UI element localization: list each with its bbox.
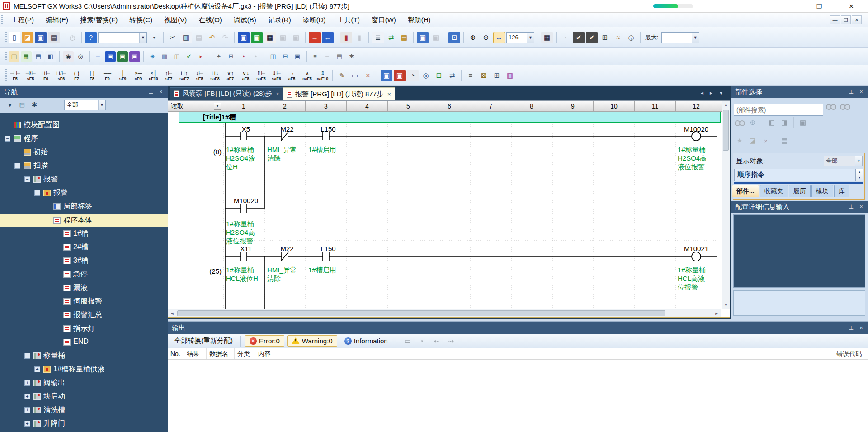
- cut-icon[interactable]: ✂: [167, 32, 179, 43]
- ladder-symbol-F7[interactable]: ( )F7: [69, 67, 84, 84]
- monitor-ladder-icon[interactable]: ▣: [381, 70, 392, 81]
- device-comment-icon[interactable]: ≣: [93, 51, 104, 62]
- previous-message-icon[interactable]: ⇠: [431, 335, 443, 347]
- insert-statement-icon[interactable]: ≡: [465, 70, 476, 81]
- undo-icon[interactable]: ↶: [206, 32, 218, 43]
- nav-tree-item[interactable]: −扫描: [0, 159, 168, 173]
- ladder-column-number[interactable]: 6: [429, 101, 470, 112]
- ladder-symbol-F5[interactable]: ⊣ ⊢F5: [8, 67, 23, 84]
- menu-item[interactable]: 记录(R): [262, 13, 297, 27]
- ladder-symbol-aF5[interactable]: ¬aF5: [284, 67, 299, 84]
- ladder-symbol-sF8[interactable]: ↓⊢sF8: [192, 67, 207, 84]
- zoom-in-icon[interactable]: ⊕: [467, 32, 479, 43]
- favorite-star-icon[interactable]: ★: [734, 135, 745, 147]
- print-icon[interactable]: ▤: [48, 32, 60, 43]
- ladder-column-number[interactable]: 9: [552, 101, 594, 112]
- expand-icon[interactable]: +: [34, 366, 40, 372]
- expand-icon[interactable]: +: [24, 407, 30, 413]
- find-next-icon[interactable]: [825, 100, 837, 112]
- comment-display-icon[interactable]: ≡: [310, 51, 321, 62]
- online-parts-icon[interactable]: ⊕: [747, 117, 759, 128]
- tool-kit-icon[interactable]: ✦: [213, 51, 224, 62]
- max-combo-arrow-icon[interactable]: ▼: [692, 33, 699, 43]
- tab-module[interactable]: 模块: [811, 185, 833, 197]
- ladder-symbol-saF7[interactable]: ⊔↑saF7: [177, 67, 192, 84]
- window-layout-icon[interactable]: ◧: [45, 51, 56, 62]
- output-column-header[interactable]: No.: [168, 348, 184, 359]
- plc-offline-icon[interactable]: ▮: [354, 32, 365, 43]
- nav-tree-item[interactable]: END: [0, 336, 168, 349]
- close-button[interactable]: ✕: [844, 1, 859, 11]
- error-filter-button[interactable]: ✕Error:0: [245, 335, 284, 347]
- ladder-symbol-caF5[interactable]: ∧caF5: [300, 67, 315, 84]
- device-name[interactable]: M22: [267, 125, 307, 133]
- scroll-down-icon[interactable]: ▼: [722, 301, 730, 309]
- tab-alarm-program[interactable]: 报警 [PRG] [LD] (只读) 877步 ×: [283, 87, 395, 100]
- ladder-column-number[interactable]: 1: [223, 101, 264, 112]
- filter-combo-arrow-icon[interactable]: ▼: [98, 100, 105, 110]
- expand-icon[interactable]: +: [24, 421, 30, 427]
- stop-output-icon[interactable]: ▭: [402, 335, 414, 347]
- nav-tree-item[interactable]: 模块配置图: [0, 119, 168, 132]
- marker-flag-icon[interactable]: ▸: [196, 51, 207, 62]
- watch-clock-icon[interactable]: ◶: [625, 32, 637, 43]
- device-read-icon[interactable]: ▣: [105, 51, 116, 62]
- sheet-pair-icon[interactable]: ◫: [171, 51, 182, 62]
- output-column-header[interactable]: 数据名: [207, 348, 235, 359]
- menu-item[interactable]: 转换(C): [123, 13, 158, 27]
- ladder-symbol-sF7[interactable]: ↑⊢sF7: [161, 67, 176, 84]
- note-display-icon[interactable]: ▤: [334, 51, 345, 62]
- quick-find-combobox[interactable]: ▼: [98, 32, 147, 43]
- drawer-icon[interactable]: ▤: [778, 135, 790, 147]
- nav-tree-item[interactable]: 3#槽: [0, 254, 168, 268]
- ladder-symbol-caF10[interactable]: ⇕caF10: [315, 67, 330, 84]
- document-list-icon[interactable]: ▤: [33, 51, 44, 62]
- memory-cube-icon[interactable]: ▪: [560, 32, 571, 43]
- nav-tree-item[interactable]: 指示灯: [0, 322, 168, 336]
- collapse-icon[interactable]: −: [24, 353, 30, 359]
- menu-item[interactable]: 编辑(E): [40, 13, 74, 27]
- ladder-symbol-cF10[interactable]: ×│cF10: [146, 67, 161, 84]
- zoom-combo-arrow-icon[interactable]: ▼: [527, 33, 534, 43]
- new-project-icon[interactable]: ▯: [9, 32, 20, 43]
- grid-setting-icon[interactable]: ⊞: [599, 32, 611, 43]
- scroll-up-icon[interactable]: ▲: [722, 101, 730, 109]
- ladder-symbol-saF6[interactable]: ⇓⊢saF6: [269, 67, 284, 84]
- pin-icon[interactable]: ⊥: [847, 203, 855, 211]
- ladder-symbol-cF9[interactable]: ×─cF9: [131, 67, 146, 84]
- add-window-icon[interactable]: ◧: [765, 117, 777, 128]
- ladder-mode-dropdown-icon[interactable]: ▼: [214, 103, 221, 110]
- find-contact-coil-icon[interactable]: ◎: [420, 70, 432, 81]
- nav-tree-item[interactable]: 程序本体: [0, 214, 168, 227]
- ladder-column-number[interactable]: 4: [347, 101, 388, 112]
- device-name[interactable]: M10021: [676, 245, 717, 252]
- device-name[interactable]: L150: [308, 125, 349, 133]
- find-all-icon[interactable]: [839, 100, 851, 112]
- menu-item[interactable]: 工程(P): [5, 13, 40, 27]
- tab-scroll-left-icon[interactable]: ◄: [698, 89, 706, 97]
- device-monitor-icon[interactable]: ▣: [238, 32, 250, 43]
- mdi-close-button[interactable]: ✕: [852, 15, 862, 24]
- binoculars-find-icon[interactable]: ◉: [63, 51, 74, 62]
- current-window-icon[interactable]: ⊡: [448, 32, 460, 43]
- nav-tree-item[interactable]: +1#槽称量桶供液: [0, 363, 168, 376]
- plc-diagnostics-icon[interactable]: ▮: [340, 32, 352, 43]
- find-replace-icon[interactable]: ◎: [75, 51, 86, 62]
- output-options-icon[interactable]: ▾: [416, 335, 428, 347]
- output-column-header[interactable]: 内容: [255, 348, 287, 359]
- tab-fb-program[interactable]: 风囊泵 [FB] [LD] (只读) (28)步 ×: [170, 87, 283, 100]
- nav-tree-item[interactable]: −报警: [0, 186, 168, 200]
- ladder-symbol-saF5[interactable]: ⇑⊢saF5: [254, 67, 269, 84]
- detail-input-area[interactable]: [733, 214, 865, 288]
- close-icon[interactable]: ×: [857, 203, 865, 211]
- close-icon[interactable]: ×: [157, 88, 165, 96]
- device-name[interactable]: M22: [267, 245, 307, 252]
- tab-list-icon[interactable]: ▼: [717, 89, 725, 97]
- tab-history[interactable]: 履历: [789, 185, 811, 197]
- data-flow-icon[interactable]: ⇄: [385, 32, 397, 43]
- tree-collapse-icon[interactable]: ▾: [5, 100, 15, 110]
- nav-tree-item[interactable]: −程序: [0, 132, 168, 146]
- zoom-out-icon[interactable]: ⊖: [480, 32, 492, 43]
- nav-tree-item[interactable]: 漏液: [0, 281, 168, 295]
- display-combo-arrow-icon[interactable]: ˅: [855, 156, 862, 166]
